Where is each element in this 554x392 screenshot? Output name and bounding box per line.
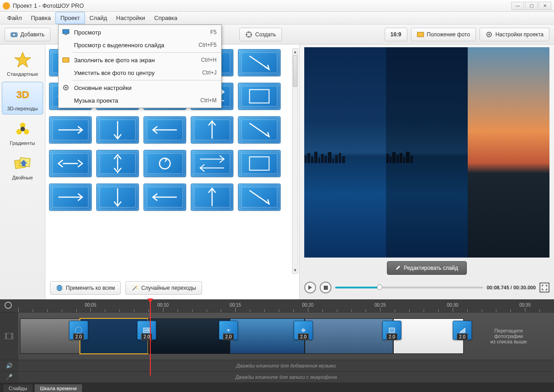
timeline-clip[interactable] (148, 318, 230, 354)
seek-bar[interactable] (335, 287, 483, 288)
minimize-button[interactable]: — (511, 2, 524, 10)
close-button[interactable]: ✕ (539, 2, 551, 10)
dd-project-music[interactable]: Музыка проекта Ctrl+M (59, 94, 221, 107)
add-button[interactable]: Добавить (5, 28, 50, 41)
project-dropdown: Просмотр F5 Просмотр с выделенного слайд… (58, 25, 222, 108)
video-track-head (0, 313, 18, 360)
aspect-ratio-button[interactable]: 16:9 (385, 28, 407, 41)
transition-thumb[interactable] (96, 116, 139, 144)
seek-handle[interactable] (377, 284, 382, 290)
category-sidebar: Стандартные 3D 3D-переходы Градиенты Дво… (0, 45, 45, 299)
svg-point-9 (250, 34, 251, 35)
camera-icon (10, 31, 18, 38)
create-button[interactable]: Создать (239, 28, 282, 41)
transition-badge[interactable]: 2.0 (137, 321, 156, 340)
ruler-label: 00:20 (302, 303, 313, 308)
transitions-actions: Применить ко всем Случайные переходы (45, 278, 299, 299)
transition-badge[interactable]: 2.0 (382, 321, 401, 340)
scroll-up-icon[interactable]: ▲ (292, 49, 298, 55)
gear-icon (485, 31, 493, 38)
project-settings-button[interactable]: Настройки проекта (480, 28, 549, 41)
dd-preview-from-slide[interactable]: Просмотр с выделенного слайда Ctrl+F5 (59, 39, 221, 51)
video-track[interactable]: 2.0 2.0 2.0 2.0 2.0 2.0 Перетащите фотог… (18, 313, 554, 360)
transition-thumb[interactable] (49, 184, 92, 211)
transition-thumb[interactable] (143, 116, 186, 144)
transition-thumb[interactable] (238, 150, 281, 177)
scroll-down-icon[interactable]: ▼ (292, 267, 298, 273)
transition-thumb[interactable] (49, 116, 92, 144)
time-display: 00:08.745 / 00:30.000 (487, 285, 536, 290)
stop-button[interactable] (320, 282, 331, 293)
transition-thumb[interactable] (96, 150, 139, 177)
fullscreen-button[interactable] (539, 283, 549, 293)
title-bar: Проект 1 - ФотоШОУ PRO — ▢ ✕ (0, 0, 554, 12)
transition-thumb[interactable] (191, 150, 233, 177)
svg-rect-36 (6, 334, 7, 335)
dd-fit-center[interactable]: Уместить все фото по центру Ctrl+J (59, 66, 221, 79)
svg-point-30 (136, 286, 137, 287)
menu-edit[interactable]: Правка (26, 12, 55, 24)
svg-rect-0 (63, 30, 69, 34)
transition-thumb[interactable] (238, 184, 281, 211)
transition-thumb[interactable] (96, 184, 139, 211)
cat-double[interactable]: Двойные (2, 151, 43, 184)
monitor-icon (60, 29, 71, 36)
transition-thumb[interactable] (191, 116, 233, 144)
edit-slide-button[interactable]: Редактировать слайд (387, 261, 467, 275)
cat-3d[interactable]: 3D 3D-переходы (2, 82, 43, 114)
dd-separator (72, 52, 221, 53)
cat-gradients[interactable]: Градиенты (2, 116, 43, 149)
transition-badge[interactable]: 2.0 (294, 321, 313, 340)
random-transitions-button[interactable]: Случайные переходы (125, 281, 202, 295)
vertical-scrollbar[interactable]: ▲ ▼ (292, 48, 298, 274)
photo-position-button[interactable]: Положение фото (411, 28, 476, 41)
ruler-label: 00:05 (85, 303, 96, 308)
play-button[interactable] (304, 282, 316, 293)
mic-track[interactable]: Дважды кликните для записи с микрофона (18, 372, 554, 382)
transition-thumb[interactable] (238, 49, 281, 76)
svg-rect-12 (417, 32, 424, 37)
dd-main-settings[interactable]: Основные настройки (59, 81, 221, 94)
menu-project[interactable]: Проект (55, 12, 85, 24)
preview-viewport (304, 47, 549, 258)
transition-thumb[interactable] (143, 184, 186, 211)
double-icon (13, 154, 32, 173)
audio-track[interactable]: Дважды кликните для добавления музыки (18, 360, 554, 371)
transition-badge[interactable]: 2.0 (453, 321, 472, 340)
ruler-label: 00:35 (519, 303, 531, 308)
tab-timeline[interactable]: Шкала времени (34, 384, 83, 392)
transition-thumb[interactable] (191, 184, 233, 211)
svg-rect-46 (389, 328, 395, 332)
menu-settings[interactable]: Настройки (112, 12, 150, 24)
menu-file[interactable]: Файл (3, 12, 26, 24)
audio-track-head: 🔊 (0, 360, 18, 371)
dd-preview[interactable]: Просмотр F5 (59, 26, 221, 39)
playhead[interactable] (150, 299, 151, 376)
menu-help[interactable]: Справка (150, 12, 182, 24)
gradient-icon (13, 119, 32, 139)
svg-point-44 (228, 329, 229, 331)
apply-all-button[interactable]: Применить ко всем (50, 281, 121, 295)
timeline-ruler[interactable]: 00:0500:1000:1500:2000:2500:3000:35 (0, 299, 554, 312)
timeline-clip[interactable] (305, 318, 393, 354)
cat-standard[interactable]: Стандартные (2, 47, 43, 80)
preview-panel: Редактировать слайд 00:08.745 / 00:30.00… (300, 45, 554, 299)
transition-thumb[interactable] (238, 83, 281, 110)
maximize-button[interactable]: ▢ (525, 2, 538, 10)
svg-rect-1 (64, 34, 67, 35)
dd-fill-screen[interactable]: Заполнить все фото на экран Ctrl+H (59, 54, 221, 66)
scrollbar-thumb[interactable] (293, 55, 297, 87)
transition-thumb[interactable] (238, 116, 281, 144)
transition-thumb[interactable] (143, 150, 186, 177)
transition-badge[interactable]: 2.0 (219, 321, 238, 340)
edit-slide-bar: Редактировать слайд (304, 261, 549, 275)
wand-icon (131, 284, 138, 292)
transition-badge[interactable]: 2.0 (69, 321, 88, 340)
fill-icon (60, 56, 71, 64)
menu-slide[interactable]: Слайд (85, 12, 112, 24)
svg-point-10 (248, 35, 249, 36)
svg-point-8 (248, 32, 249, 33)
transition-thumb[interactable] (49, 150, 92, 177)
svg-point-31 (133, 285, 134, 286)
tab-slides[interactable]: Слайды (3, 384, 33, 392)
